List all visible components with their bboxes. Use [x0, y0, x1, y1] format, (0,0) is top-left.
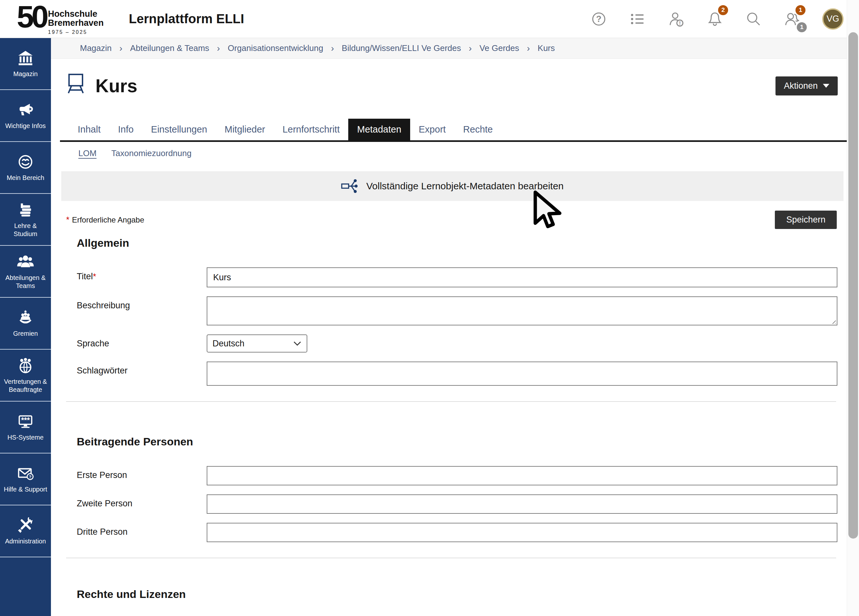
tools-icon [17, 517, 34, 534]
sidebar-item-abteilungen-teams[interactable]: Abteilungen & Teams [0, 246, 51, 298]
breadcrumb-abteilungen[interactable]: Abteilungen & Teams [130, 43, 209, 53]
sprache-selected-value: Deutsch [212, 339, 244, 349]
edit-full-metadata-banner[interactable]: Vollständige Lernobjekt-Metadaten bearbe… [61, 171, 843, 201]
megaphone-icon [17, 101, 34, 119]
help-icon[interactable]: ? [590, 10, 608, 28]
section-heading-rechte: Rechte und Lizenzen [77, 588, 847, 600]
page-title: Kurs [95, 75, 137, 97]
breadcrumb-kurs[interactable]: Kurs [537, 43, 554, 53]
tab-metadaten[interactable]: Metadaten [348, 119, 410, 140]
titel-input[interactable] [207, 267, 837, 288]
sidebar-item-hilfe-support[interactable]: ? Hilfe & Support [0, 453, 51, 505]
books-icon [17, 201, 34, 219]
page-title-row: Kurs Aktionen [66, 73, 838, 99]
tab-einstellungen[interactable]: Einstellungen [142, 119, 216, 140]
breadcrumb-separator: › [217, 43, 220, 53]
breadcrumb-magazin[interactable]: Magazin [80, 43, 112, 53]
user-status-icon[interactable]: ! [667, 10, 685, 28]
header-icon-bar: ? ! 2 [590, 8, 843, 30]
breadcrumb-organisationsentwicklung[interactable]: Organisationsentwicklung [228, 43, 323, 53]
schlagwoerter-input[interactable] [207, 361, 837, 386]
dritte-person-label: Dritte Person [77, 523, 207, 542]
avatar[interactable]: VG [822, 8, 843, 30]
section-divider [66, 558, 836, 558]
contacts-icon[interactable]: 1 1 [784, 10, 801, 28]
breadcrumb-ve-gerdes[interactable]: Ve Gerdes [479, 43, 519, 53]
tab-rechte[interactable]: Rechte [454, 119, 501, 140]
form-row-dritte-person: Dritte Person [77, 523, 837, 542]
form-row-beschreibung: Beschreibung [77, 296, 837, 325]
erste-person-label: Erste Person [77, 466, 207, 485]
bank-icon [17, 49, 34, 67]
breadcrumb-separator: › [119, 43, 122, 53]
notifications-badge: 2 [718, 5, 728, 15]
subtab-lom[interactable]: LOM [78, 149, 97, 158]
tab-mitglieder[interactable]: Mitglieder [216, 119, 274, 140]
section-divider [66, 401, 836, 402]
svg-text:?: ? [596, 14, 602, 24]
sidebar-item-vertretungen[interactable]: Vertretungen & Beauftragte [0, 350, 51, 402]
vertical-scrollbar[interactable] [847, 0, 859, 616]
tab-lernfortschritt[interactable]: Lernfortschritt [274, 119, 348, 140]
form-row-sprache: Sprache Deutsch [77, 335, 837, 352]
sidebar-item-wichtige-infos[interactable]: Wichtige Infos [0, 90, 51, 142]
tab-bar: Inhalt Info Einstellungen Mitglieder Ler… [60, 119, 847, 142]
monitor-icon: *** [17, 413, 34, 430]
contacts-badge-count: 1 [797, 22, 807, 32]
notifications-icon[interactable]: 2 [706, 10, 723, 28]
tab-info[interactable]: Info [109, 119, 142, 140]
section-heading-beitragende: Beitragende Personen [77, 435, 847, 448]
logo-text: Hochschule Bremerhaven 1975 – 2025 [48, 10, 104, 35]
edit-full-metadata-label: Vollständige Lernobjekt-Metadaten bearbe… [366, 181, 564, 192]
logo-name-line2: Bremerhaven [48, 19, 104, 28]
breadcrumb-separator: › [469, 43, 472, 53]
breadcrumb: Magazin › Abteilungen & Teams › Organisa… [51, 38, 847, 59]
svg-text:***: *** [21, 416, 30, 424]
people-group-icon [17, 253, 34, 270]
chevron-down-icon [823, 84, 829, 88]
sprache-label: Sprache [77, 335, 207, 352]
actions-button[interactable]: Aktionen [776, 77, 838, 95]
tab-inhalt[interactable]: Inhalt [69, 119, 109, 140]
contacts-badge-new: 1 [795, 5, 806, 15]
globe-people-icon [17, 357, 34, 374]
schlagwoerter-label: Schlagwörter [77, 361, 207, 386]
dritte-person-input[interactable] [207, 523, 837, 542]
search-icon[interactable] [745, 10, 762, 28]
save-button[interactable]: Speichern [775, 211, 837, 229]
sidebar-item-gremien[interactable]: Gremien [0, 298, 51, 350]
subtab-taxonomiezuordnung[interactable]: Taxonomiezuordnung [111, 149, 192, 158]
breadcrumb-separator: › [331, 43, 334, 53]
svg-text:?: ? [29, 474, 31, 479]
resize-grip-icon[interactable] [830, 318, 836, 324]
subtab-bar: LOM Taxonomiezuordnung [78, 149, 847, 158]
sidebar-item-lehre-studium[interactable]: Lehre & Studium [0, 194, 51, 246]
mail-help-icon: ? [17, 465, 34, 482]
sprache-select[interactable]: Deutsch [207, 335, 307, 352]
form-row-schlagwoerter: Schlagwörter [77, 361, 837, 386]
sidebar-item-mein-bereich[interactable]: Mein Bereich [0, 142, 51, 194]
main-sidebar: Magazin Wichtige Infos Mein Bereich Lehr… [0, 38, 51, 616]
form-row-titel: Titel* [77, 267, 837, 288]
beschreibung-textarea[interactable] [207, 296, 837, 325]
scrollbar-thumb[interactable] [848, 32, 858, 539]
sidebar-item-magazin[interactable]: Magazin [0, 38, 51, 90]
list-icon[interactable] [629, 10, 646, 28]
sidebar-item-administration[interactable]: Administration [0, 505, 51, 557]
top-header: 50 Hochschule Bremerhaven 1975 – 2025 Le… [0, 0, 859, 38]
sidebar-item-hs-systeme[interactable]: *** HS-Systeme [0, 402, 51, 453]
committee-icon [17, 309, 34, 327]
zweite-person-input[interactable] [207, 494, 837, 514]
titel-required-asterisk: * [93, 272, 96, 281]
chevron-down-icon [293, 341, 301, 346]
tab-export[interactable]: Export [410, 119, 454, 140]
form-meta-row: * Erforderliche Angabe Speichern [66, 211, 837, 229]
university-logo: 50 Hochschule Bremerhaven 1975 – 2025 [17, 3, 103, 35]
form-row-erste-person: Erste Person [77, 466, 837, 485]
smiley-icon [17, 153, 34, 170]
logo-years: 1975 – 2025 [48, 29, 104, 35]
breadcrumb-bildung-wissen[interactable]: Bildung/Wissen/ELLI Ve Gerdes [342, 43, 461, 53]
erste-person-input[interactable] [207, 466, 837, 485]
beschreibung-label: Beschreibung [77, 296, 207, 325]
form-row-zweite-person: Zweite Person [77, 494, 837, 514]
